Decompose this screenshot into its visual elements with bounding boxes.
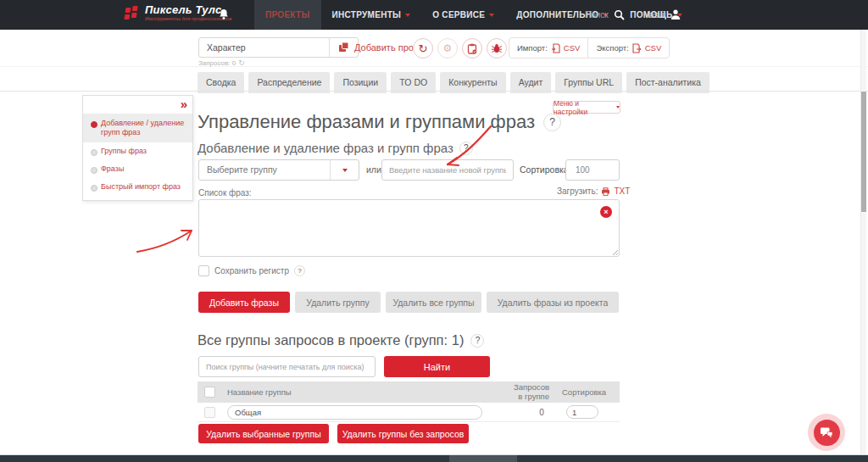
- row-checkbox[interactable]: [204, 407, 215, 418]
- find-button[interactable]: Найти: [384, 356, 490, 377]
- help-icon[interactable]: ?: [459, 142, 473, 155]
- clear-textarea-icon[interactable]: ×: [600, 206, 612, 218]
- chevron-down-icon: [342, 169, 348, 172]
- search-label: Поиск: [585, 10, 609, 19]
- refresh-button[interactable]: ↻: [413, 38, 433, 58]
- page-title: Управление фразами и группами фраз ?: [198, 111, 561, 133]
- select-all-checkbox[interactable]: [204, 387, 215, 398]
- help-icon[interactable]: ?: [543, 114, 561, 131]
- chat-bubbles-icon: [820, 426, 833, 438]
- nav-item-about[interactable]: О СЕРВИСЕ: [421, 0, 505, 30]
- gear-icon: ⚙: [443, 43, 453, 53]
- help-icon[interactable]: ?: [470, 334, 484, 348]
- chevron-down-icon: [489, 14, 494, 17]
- user-name: Vasilii: [644, 10, 665, 19]
- chevron-down-icon: [616, 106, 620, 109]
- logo-pixel-icon: [122, 4, 140, 22]
- settings-button[interactable]: ⚙: [437, 38, 458, 58]
- nav-item-tools[interactable]: ИНСТРУМЕНТЫ: [321, 0, 422, 30]
- group-actions: Удалить выбранные группы Удалить группы …: [198, 424, 469, 443]
- delete-all-groups-button[interactable]: Удалить все группы: [386, 292, 481, 313]
- group-select-value: Выберите группу: [199, 160, 330, 180]
- group-name-input[interactable]: [227, 405, 482, 420]
- bug-icon: [491, 43, 503, 53]
- column-queries: Запросов в группе: [510, 383, 549, 402]
- bug-report-button[interactable]: [487, 38, 507, 58]
- groups-section-title: Все группы запросов в проекте (групп: 1)…: [198, 332, 484, 348]
- top-navbar: Пиксель Тулс Инструменты для профессиона…: [0, 0, 868, 30]
- column-group-name: Название группы: [227, 387, 292, 397]
- export-file-icon: [632, 43, 642, 53]
- refresh-icon: ↻: [419, 43, 428, 54]
- main-nav: ПРОЕКТЫ ИНСТРУМЕНТЫ О СЕРВИСЕ ДОПОЛНИТЕЛ…: [254, 0, 693, 30]
- phrases-textarea[interactable]: [198, 199, 620, 257]
- sort-value-input[interactable]: [565, 159, 620, 181]
- import-file-icon: [551, 43, 560, 53]
- upload-txt-link[interactable]: TXT: [614, 186, 630, 196]
- chat-fab[interactable]: [808, 414, 845, 451]
- resize-handle[interactable]: [612, 249, 619, 256]
- nav-item-projects[interactable]: ПРОЕКТЫ: [254, 0, 321, 30]
- app-screen: Пиксель Тулс Инструменты для профессиона…: [0, 0, 868, 462]
- keep-case-row: Сохранить регистр ?: [198, 265, 305, 276]
- add-phrases-button[interactable]: Добавить фразы: [198, 292, 290, 313]
- sidebar-item-quick-import[interactable]: Быстрый импорт фраз: [83, 178, 192, 196]
- footer-segment: [449, 455, 517, 462]
- refresh-queries-icon[interactable]: ↻: [238, 59, 245, 67]
- export-csv-button[interactable]: Экспорт: CSV: [587, 38, 669, 58]
- sidebar-collapse-icon[interactable]: »: [181, 97, 186, 111]
- delete-group-button[interactable]: Удалить группу: [295, 292, 381, 313]
- new-group-name-input[interactable]: [381, 159, 514, 181]
- menu-settings-button[interactable]: Меню и настройки: [553, 101, 620, 114]
- queries-count: Запросов: 0 ↻: [198, 59, 245, 67]
- phrases-list-label: Список фраз:: [198, 188, 252, 198]
- toolbar-icon-buttons: ↻ ⚙: [413, 38, 507, 58]
- sidebar-item-phrase-groups[interactable]: Группы фраз: [83, 142, 192, 160]
- add-project-icon: [338, 42, 349, 53]
- sidebar: » Добавление / удаление групп фраз Групп…: [82, 95, 193, 201]
- group-search-input[interactable]: [198, 356, 376, 377]
- footer-bar: [0, 455, 868, 462]
- import-export-group: Импорт: CSV Экспорт: CSV: [509, 37, 670, 58]
- keep-case-checkbox[interactable]: [198, 265, 209, 276]
- sidebar-item-add-delete-groups[interactable]: Добавление / удаление групп фраз: [83, 114, 192, 142]
- tabs-divider: [0, 91, 868, 92]
- sidebar-item-phrases[interactable]: Фразы: [83, 160, 192, 178]
- notifications-bell-icon[interactable]: [219, 8, 229, 24]
- groups-table-header: Название группы Запросов в группе Сортир…: [198, 381, 620, 403]
- user-icon: [670, 9, 681, 20]
- column-sort: Сортировка: [562, 387, 603, 397]
- delete-empty-groups-button[interactable]: Удалить группы без запросов: [337, 424, 469, 443]
- keep-case-label: Сохранить регистр: [214, 266, 289, 276]
- tasks-button[interactable]: [462, 38, 482, 58]
- add-section-title: Добавление и удаление фраз и групп фраз …: [198, 141, 473, 155]
- or-label: или: [366, 164, 381, 175]
- row-sort-input[interactable]: [566, 405, 598, 419]
- scrollbar-thumb[interactable]: [861, 92, 866, 212]
- user-menu[interactable]: Vasilii: [644, 0, 681, 30]
- logo[interactable]: Пиксель Тулс Инструменты для профессиона…: [122, 4, 232, 22]
- phrase-actions: Добавить фразы Удалить группу Удалить вс…: [198, 292, 619, 313]
- chevron-down-icon: [405, 14, 410, 17]
- row-queries-count: 0: [529, 408, 554, 417]
- toolbar-divider: [0, 66, 868, 67]
- sort-label: Сортировка:: [520, 164, 571, 175]
- upload-row: Загрузить: TXT: [557, 186, 630, 196]
- clipboard-check-icon: [467, 43, 477, 54]
- project-select[interactable]: Характер: [198, 37, 359, 58]
- delete-selected-groups-button[interactable]: Удалить выбранные группы: [198, 424, 329, 443]
- project-select-value: Характер: [199, 38, 329, 57]
- group-select[interactable]: Выберите группу: [198, 159, 359, 181]
- search-icon: [614, 9, 625, 20]
- table-row: 0: [198, 403, 620, 422]
- delete-phrases-button[interactable]: Удалить фразы из проекта: [487, 292, 619, 313]
- help-icon[interactable]: ?: [294, 265, 305, 276]
- header-search[interactable]: Поиск: [585, 0, 625, 30]
- import-csv-button[interactable]: Импорт: CSV: [509, 38, 587, 58]
- upload-file-icon: [601, 187, 610, 196]
